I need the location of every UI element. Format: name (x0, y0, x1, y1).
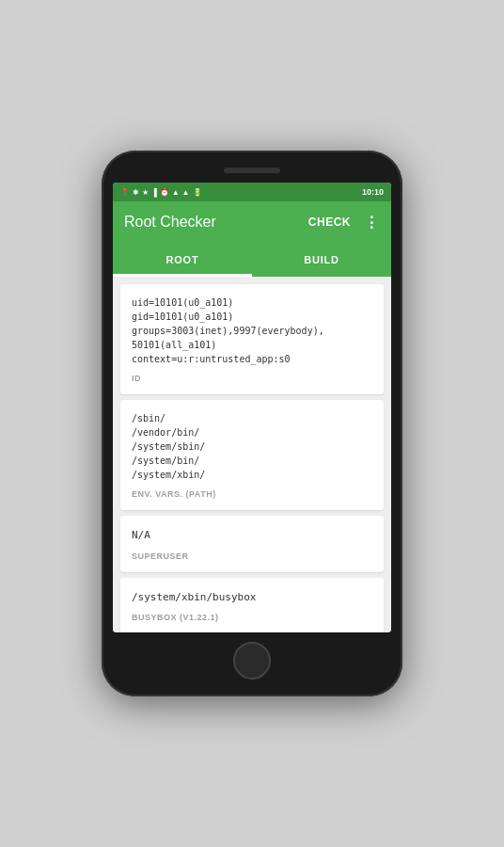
tabs-container: ROOT BUILD (113, 243, 391, 277)
alarm-icon: ⏰ (160, 188, 169, 197)
battery-icon: 🔋 (193, 188, 202, 197)
superuser-card-value: N/A (132, 527, 372, 544)
app-bar: Root Checker CHECK ⋮ (113, 201, 391, 243)
env-vars-card-label: ENV. VARS. (PATH) (132, 489, 372, 499)
env-vars-card-value: /sbin/ /vendor/bin/ /system/sbin/ /syste… (132, 411, 372, 482)
phone-speaker (224, 168, 280, 173)
busybox-card-value: /system/xbin/busybox (132, 589, 372, 606)
content-area: uid=10101(u0_a101) gid=10101(u0_a101) gr… (113, 277, 391, 632)
home-button[interactable] (233, 642, 271, 679)
tab-build-label: BUILD (304, 254, 339, 265)
app-bar-actions: CHECK ⋮ (308, 214, 380, 232)
more-options-icon[interactable]: ⋮ (364, 214, 380, 232)
phone-frame: 📍 ✱ ★ ▐ ⏰ ▲ ▲ 🔋 10:10 Root Checker CHECK… (102, 151, 402, 696)
star-icon: ★ (142, 188, 149, 197)
busybox-card: /system/xbin/busybox BUSYBOX (v1.22.1) (120, 578, 384, 632)
status-icons-left: 📍 ✱ ★ ▐ ⏰ ▲ ▲ 🔋 (120, 188, 202, 197)
media-icon: ▐ (151, 188, 157, 197)
status-time: 10:10 (362, 187, 384, 197)
phone-screen: 📍 ✱ ★ ▐ ⏰ ▲ ▲ 🔋 10:10 Root Checker CHECK… (113, 183, 391, 632)
id-card-value: uid=10101(u0_a101) gid=10101(u0_a101) gr… (132, 296, 372, 366)
app-title: Root Checker (124, 214, 216, 231)
superuser-card-label: SUPERUSER (132, 551, 372, 561)
check-button[interactable]: CHECK (308, 216, 351, 229)
tab-root[interactable]: ROOT (113, 243, 252, 277)
signal-icon: ▲ (182, 188, 190, 197)
tab-build[interactable]: BUILD (252, 243, 391, 277)
superuser-card: N/A SUPERUSER (120, 516, 384, 572)
env-vars-card: /sbin/ /vendor/bin/ /system/sbin/ /syste… (120, 400, 384, 510)
wifi-icon: ▲ (172, 188, 180, 197)
status-bar: 📍 ✱ ★ ▐ ⏰ ▲ ▲ 🔋 10:10 (113, 183, 391, 201)
location-icon: 📍 (120, 188, 130, 197)
id-card: uid=10101(u0_a101) gid=10101(u0_a101) gr… (120, 284, 384, 394)
busybox-card-label: BUSYBOX (v1.22.1) (132, 613, 372, 622)
tab-root-label: ROOT (166, 254, 199, 265)
id-card-label: ID (132, 374, 372, 383)
bluetooth-icon: ✱ (133, 188, 139, 197)
